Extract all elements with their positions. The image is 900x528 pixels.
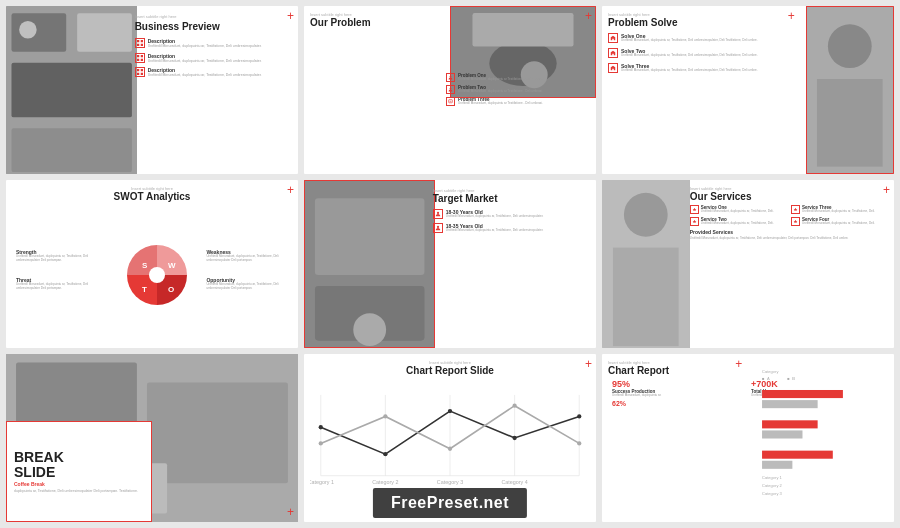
svg-text:W: W (168, 261, 176, 270)
slide-9-stat-1-num: 95% (612, 379, 745, 389)
slide-8-plus: + (585, 357, 592, 371)
slide-1-icon-1 (135, 38, 145, 48)
swot-threat-desc: Urofitedil Moruraduet, duplopuintu ar, T… (16, 283, 98, 291)
svg-rect-28 (817, 79, 883, 167)
slide-2-prob-icon-3 (446, 97, 455, 106)
slide-chart-report-bars: Insert subtitle right here Chart Report … (602, 354, 894, 522)
slide-2-prob-1: Problem One Urofitedil Moruraduet, duplo… (446, 73, 592, 82)
svg-text:Category 2: Category 2 (372, 479, 398, 485)
slide-1-item-text-3: Description Urofitedil Moruraduet, duplo… (148, 67, 262, 78)
slide-1-icon-2 (135, 53, 145, 63)
slide-2-prob-icon-1 (446, 73, 455, 82)
slide-5-target-desc-1: Urofitedil Moruraduet, duplopuintu ar, T… (446, 215, 544, 219)
slide-1-icon-3 (135, 67, 145, 77)
svg-text:■: ■ (762, 376, 765, 381)
svg-text:O: O (168, 285, 174, 294)
slide-6-svc-desc-1: Urofitedil Moruraduet, duplopuintu ar, T… (701, 210, 774, 214)
svg-rect-2 (77, 13, 132, 51)
slide-9-stat-1: 95% Success Production Urofitedil Morura… (612, 379, 745, 398)
slide-6-services-col-2: Service Three Urofitedil Moruraduet, dup… (791, 205, 888, 226)
svg-point-38 (437, 212, 439, 214)
svg-point-37 (353, 313, 386, 346)
slide-6-svc-icon-2 (690, 217, 699, 226)
svg-rect-6 (137, 40, 139, 42)
slide-6-services: Service One Urofitedil Moruraduet, duplo… (690, 205, 888, 226)
slide-2-title: Our Problem (310, 17, 590, 28)
slide-7-subtitle: Coffee Break (14, 481, 144, 487)
slide-5-title: Target Market (433, 193, 590, 204)
slide-6-svc-text-3: Service Three Urofitedil Moruraduet, dup… (802, 205, 875, 214)
svg-point-66 (512, 404, 516, 408)
slide-2-prob-3: Problem Three Urofitedil Moruraduet, dup… (446, 97, 592, 106)
slide-3-solve-icon-2 (608, 48, 618, 58)
svg-rect-8 (137, 44, 139, 46)
slide-1-item-2: Description Urofitedil Moruraduet, duplo… (135, 53, 292, 64)
svg-text:Category 3: Category 3 (437, 479, 463, 485)
svg-point-22 (450, 76, 452, 78)
slide-6-provided-desc: Urofitedil Moruraduet, duplopuintu ar, T… (690, 237, 888, 241)
svg-text:■: ■ (787, 376, 790, 381)
slide-5-target-icon-2 (433, 223, 443, 233)
svg-point-64 (383, 414, 387, 418)
swot-left: Strength Urofitedil Moruraduet, duplopui… (16, 249, 98, 291)
slide-swot-analytics: Insert subtitle right here SWOT Analytic… (6, 180, 298, 348)
swot-diagram: S W T O (122, 240, 182, 300)
swot-strength: Strength Urofitedil Moruraduet, duplopui… (16, 249, 98, 263)
svg-rect-82 (762, 461, 792, 469)
swot-opportunity-desc: Urofitedil Moruraduet, duplopuintu ar, T… (206, 283, 288, 291)
slide-5-target-desc-2: Urofitedil Moruraduet, duplopuintu ar, T… (446, 229, 544, 233)
slide-2-prob-2: Problem Two Urofitedil Moruraduet, duplo… (446, 85, 592, 94)
slide-2-prob-desc-3: Urofitedil Moruraduet, duplopuintu ar Te… (458, 102, 543, 106)
slide-6-svc-text-2: Service Two Urofitedil Moruraduet, duplo… (701, 217, 774, 226)
slide-5-image (304, 180, 435, 348)
slide-1-item-text-1: Description Urofitedil Moruraduet, duplo… (148, 38, 262, 49)
slide-3-solve-text-3: Solve Three Urofitedil Moruraduet, duplo… (621, 63, 758, 73)
slide-8-title: Chart Report Slide (310, 365, 590, 376)
slide-5-target-icon-1 (433, 209, 443, 219)
slide-3-solve-icon-1 (608, 33, 618, 43)
slide-6-svc-3: Service Three Urofitedil Moruraduet, dup… (791, 205, 888, 214)
slide-6-svc-icon-4 (791, 217, 800, 226)
svg-rect-9 (140, 44, 142, 46)
slide-1-content: Insert subtitle right here Business Prev… (129, 6, 298, 174)
slide-3-solve-desc-1: Urofitedil Moruraduet, duplopuintu ar, T… (621, 39, 758, 43)
slide-2-prob-desc-2: Urofitedil Moruraduet, duplopuintu ar Te… (458, 90, 543, 94)
svg-point-59 (383, 452, 387, 456)
svg-point-23 (450, 88, 452, 90)
svg-text:Category 1: Category 1 (762, 475, 782, 480)
swot-right: Weakness Urofitedil Moruraduet, duplopui… (206, 249, 288, 291)
svg-rect-49 (147, 383, 288, 484)
svg-rect-25 (450, 101, 452, 102)
svg-rect-17 (140, 73, 142, 75)
svg-point-5 (19, 21, 37, 39)
slide-3-solve-icon-3 (608, 63, 618, 73)
slide-6-svc-text-4: Service Four Urofitedil Moruraduet, dupl… (802, 217, 875, 226)
slide-7-desc: duplopuintu ar, Testifatione, Deli umbre… (14, 489, 144, 494)
svg-point-39 (437, 226, 439, 228)
slide-3-image (806, 6, 894, 174)
slide-2-prob-text-1: Problem One Urofitedil Moruraduet, duplo… (458, 73, 543, 82)
slide-6-svc-icon-3 (791, 205, 800, 214)
svg-text:T: T (142, 285, 147, 294)
swot-weakness: Weakness Urofitedil Moruraduet, duplopui… (206, 249, 288, 263)
slide-6-plus: + (883, 183, 890, 197)
watermark: FreePreset.net (373, 488, 527, 518)
svg-rect-16 (137, 73, 139, 75)
slide-5-target-text-1: 18-30 Years Old Urofitedil Moruraduet, d… (446, 209, 544, 219)
slide-1-item-desc-1: Urofitedil Moruraduet, duplopuintu ar, T… (148, 44, 262, 49)
slide-6-svc-icon-1 (690, 205, 699, 214)
svg-rect-79 (762, 420, 818, 428)
slide-1-item-3: Description Urofitedil Moruraduet, duplo… (135, 67, 292, 78)
swot-weakness-desc: Urofitedil Moruraduet, duplopuintu ar, T… (206, 255, 288, 263)
slide-1-item-text-2: Description Urofitedil Moruraduet, duplo… (148, 53, 262, 64)
svg-rect-81 (762, 451, 833, 459)
svg-point-58 (319, 425, 323, 429)
slide-7-overlay: BREAK SLIDE Coffee Break duplopuintu ar,… (6, 421, 152, 522)
slide-our-problem: Insert subtitle right here Our Problem P… (304, 6, 596, 174)
swot-container: Strength Urofitedil Moruraduet, duplopui… (12, 206, 292, 334)
slide-9-bar-chart: Category ■A ■B Category 1 Category 2 Cat… (757, 360, 888, 516)
slide-3-solve-text-1: Solve One Urofitedil Moruraduet, duplopu… (621, 33, 758, 43)
svg-point-63 (319, 441, 323, 445)
svg-rect-7 (140, 40, 142, 42)
slide-1-title: Business Preview (135, 21, 292, 32)
